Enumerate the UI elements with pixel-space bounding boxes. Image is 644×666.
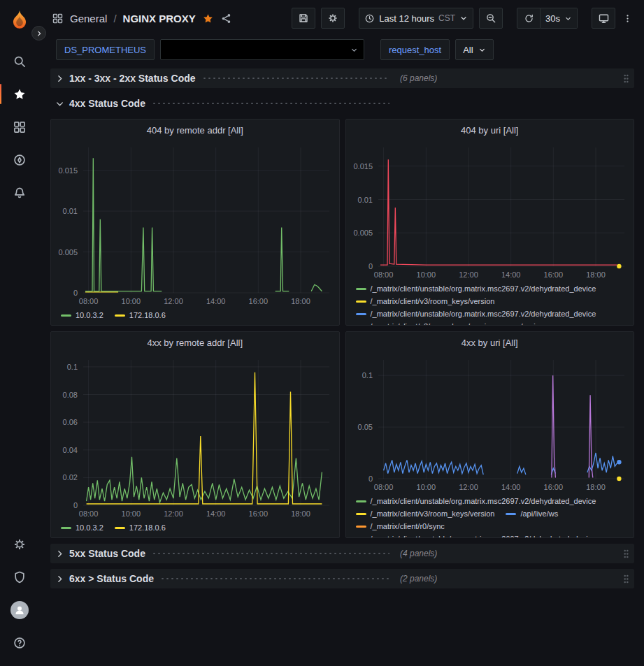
series-color-swatch [356, 313, 366, 315]
legend-item[interactable]: /_matrix/client/v3/room_keys/version [356, 509, 495, 519]
time-range-picker[interactable]: Last 12 hours CST [359, 8, 473, 29]
refresh-button[interactable] [517, 8, 541, 29]
row-title-group: 5xx Status Code [69, 548, 389, 559]
legend-item[interactable]: /sw.js [506, 321, 539, 325]
row-title-group: 1xx - 3xx - 2xx Status Code [69, 73, 389, 84]
panel-title[interactable]: 4xx by uri [All] [346, 332, 634, 353]
apps-grid-icon [52, 13, 64, 24]
svg-text:0.1: 0.1 [67, 363, 78, 371]
sidebar-item-server-admin[interactable] [0, 560, 39, 593]
breadcrumb-section[interactable]: General [70, 13, 107, 24]
datasource-select[interactable] [160, 39, 364, 60]
datasource-variable-label[interactable]: DS_PROMETHEUS [56, 39, 155, 60]
legend-label: /api/live/ws [520, 509, 558, 519]
chevron-down-icon [55, 99, 64, 108]
legend-item[interactable]: /_matrix/client/r0/sync [356, 521, 445, 531]
row-header-5xx[interactable]: 5xx Status Code (4 panels) [50, 544, 634, 563]
panel-title[interactable]: 404 by remote addr [All] [51, 120, 339, 140]
refresh-interval-select[interactable]: 30s [541, 8, 578, 29]
bell-icon [13, 186, 27, 200]
legend-item[interactable]: /api/live/ws [506, 509, 558, 519]
chevron-right-icon [36, 30, 43, 37]
request-host-value: All [463, 45, 473, 55]
legend-item[interactable]: 172.18.0.6 [115, 310, 166, 320]
dashboard-settings-button[interactable] [321, 8, 345, 29]
legend-label: /_matrix/client/unstable/org.matrix.msc2… [371, 284, 596, 294]
zoom-out-time-button[interactable] [479, 8, 503, 29]
sidebar-item-help[interactable] [0, 626, 39, 659]
sidebar-item-starred[interactable] [0, 78, 39, 110]
share-button[interactable] [220, 13, 232, 24]
save-dashboard-button[interactable] [292, 8, 315, 29]
time-range-label: Last 12 hours [379, 13, 434, 24]
svg-text:0.02: 0.02 [63, 473, 78, 482]
legend-item[interactable]: /_matrix/client/v3/room_keys/version [356, 321, 495, 325]
breadcrumb: General / NGINX PROXY [52, 13, 232, 24]
dotted-leader [152, 552, 389, 555]
legend-label: /_matrix/client/unstable/org.matrix.msc2… [371, 534, 596, 537]
sidebar-item-search[interactable] [0, 45, 39, 78]
magnifier-minus-icon [485, 13, 496, 24]
legend-item[interactable]: /_matrix/client/unstable/org.matrix.msc2… [356, 309, 596, 319]
svg-text:0: 0 [368, 262, 372, 270]
favorite-star-button[interactable] [202, 13, 214, 24]
chevron-right-icon [55, 74, 64, 83]
sidebar-item-dashboards[interactable] [0, 110, 39, 143]
row-header-1xx-3xx-2xx[interactable]: 1xx - 3xx - 2xx Status Code (6 panels) [50, 68, 634, 88]
legend-item[interactable]: /_matrix/client/unstable/org.matrix.msc2… [356, 496, 596, 506]
panel-4xx-by-uri: 4xx by uri [All] 00.050.108:0010:0012:00… [345, 331, 635, 538]
legend-item[interactable]: 10.0.3.2 [61, 310, 103, 320]
panel-404-by-remote-addr: 404 by remote addr [All] 00.0050.010.015… [50, 119, 340, 326]
svg-text:0.005: 0.005 [58, 248, 78, 256]
svg-text:18:00: 18:00 [586, 270, 606, 279]
cycle-view-button[interactable] [592, 8, 615, 29]
topbar-actions: Last 12 hours CST 30s [292, 8, 634, 29]
time-series-chart[interactable]: 00.0050.010.01508:0010:0012:0014:0016:00… [346, 140, 634, 282]
panel-title[interactable]: 4xx by remote addr [All] [51, 332, 339, 353]
row-panel-count: (4 panels) [400, 549, 437, 558]
chevron-down-icon [564, 15, 572, 22]
svg-text:12:00: 12:00 [459, 483, 478, 491]
more-options-button[interactable] [621, 8, 634, 29]
sidebar-item-alerting[interactable] [0, 176, 39, 209]
sidebar-item-configuration[interactable] [0, 528, 39, 560]
request-host-variable-label[interactable]: request_host [380, 39, 450, 60]
svg-text:14:00: 14:00 [501, 483, 520, 491]
time-series-chart[interactable]: 00.020.040.060.080.108:0010:0012:0014:00… [51, 353, 339, 521]
dotted-leader [152, 102, 389, 105]
sidebar [0, 0, 39, 666]
svg-text:12:00: 12:00 [164, 297, 183, 305]
legend-item[interactable]: 10.0.3.2 [61, 523, 103, 533]
chevron-down-icon [478, 46, 486, 54]
row-header-4xx[interactable]: 4xx Status Code [50, 94, 634, 113]
svg-text:0.015: 0.015 [353, 162, 373, 171]
row-drag-handle[interactable] [623, 73, 629, 84]
row-title: 5xx Status Code [69, 548, 145, 559]
svg-text:0.015: 0.015 [58, 166, 78, 175]
panel-title[interactable]: 404 by uri [All] [346, 120, 634, 140]
sidebar-expand-button[interactable] [31, 26, 46, 41]
legend-item[interactable]: 172.18.0.6 [115, 523, 166, 533]
svg-text:0: 0 [73, 501, 78, 509]
row-drag-handle[interactable] [623, 549, 629, 559]
row-header-6xx[interactable]: 6xx > Status Code (2 panels) [50, 569, 634, 588]
legend-item[interactable]: /_matrix/client/v3/room_keys/version [356, 296, 495, 306]
legend-label: 10.0.3.2 [76, 523, 103, 533]
time-series-chart[interactable]: 00.050.108:0010:0012:0014:0016:0018:00 [346, 353, 634, 494]
legend-label: /_matrix/client/unstable/org.matrix.msc2… [371, 309, 596, 319]
legend-item[interactable]: /_matrix/client/unstable/org.matrix.msc2… [356, 534, 596, 537]
legend-item[interactable]: /_matrix/client/unstable/org.matrix.msc2… [356, 284, 596, 294]
clock-icon [364, 13, 375, 24]
sidebar-item-explore[interactable] [0, 143, 39, 176]
time-series-chart[interactable]: 00.0050.010.01508:0010:0012:0014:0016:00… [51, 140, 339, 308]
grafana-logo[interactable] [7, 7, 32, 32]
row-drag-handle[interactable] [623, 574, 629, 584]
sidebar-item-profile[interactable] [0, 593, 39, 626]
request-host-select[interactable]: All [455, 39, 493, 60]
svg-text:10:00: 10:00 [416, 483, 436, 491]
dashboard-title[interactable]: NGINX PROXY [123, 13, 196, 24]
breadcrumb-separator: / [113, 13, 116, 24]
panel-legend: 10.0.3.2172.18.0.6 [51, 521, 339, 537]
svg-text:16:00: 16:00 [249, 297, 269, 305]
monitor-icon [598, 13, 610, 24]
